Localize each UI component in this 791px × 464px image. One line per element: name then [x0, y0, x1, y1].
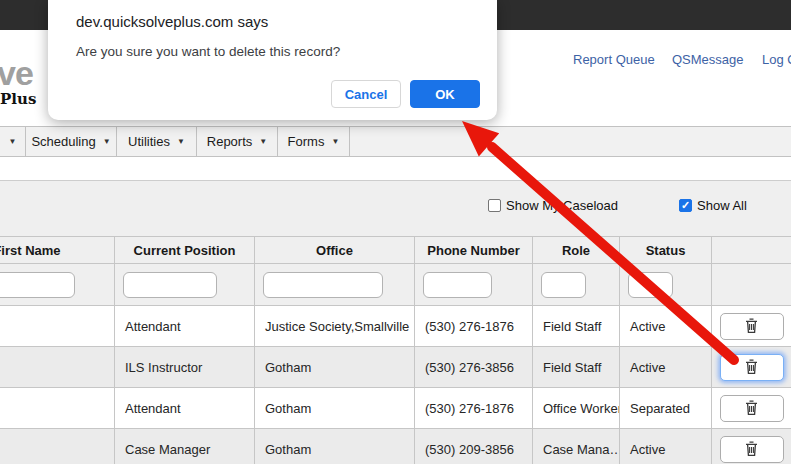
show-all-checkbox[interactable]: ✓ Show All — [679, 198, 747, 213]
delete-record-button[interactable] — [720, 313, 784, 340]
trash-icon — [745, 318, 758, 334]
table-row: Attendant Gotham (530) 276-1876 Office W… — [0, 388, 791, 429]
confirm-delete-dialog: dev.quicksolveplus.com says Are you sure… — [48, 0, 497, 120]
table-row: Attendant Justice Society,Smallville (53… — [0, 306, 791, 347]
menu-item-forms[interactable]: Forms ▼ — [278, 127, 350, 156]
cancel-button[interactable]: Cancel — [331, 80, 401, 108]
show-my-caseload-checkbox[interactable]: Show My Caseload — [488, 198, 618, 213]
show-all-label: Show All — [697, 198, 747, 213]
menu-item-reports[interactable]: Reports ▼ — [197, 127, 278, 156]
menu-item-partial[interactable]: ▼ — [0, 127, 26, 156]
chevron-down-icon: ▼ — [9, 137, 17, 146]
column-header-current-position[interactable]: Current Position — [115, 237, 255, 263]
cell-role: Field Staff — [533, 347, 620, 387]
chevron-down-icon: ▼ — [177, 137, 185, 146]
table-row: ILS Instructor Gotham (530) 276-3856 Fie… — [0, 347, 791, 388]
column-header-office[interactable]: Office — [255, 237, 415, 263]
delete-record-button[interactable] — [720, 395, 784, 422]
cell-current-position: Case Manager — [115, 429, 255, 464]
column-header-phone-number[interactable]: Phone Number — [415, 237, 533, 263]
cell-first-name — [0, 429, 115, 464]
checkbox-checked-icon: ✓ — [679, 199, 692, 212]
cell-status: Active — [620, 347, 712, 387]
menu-bar: ▼ Scheduling ▼ Utilities ▼ Reports ▼ For… — [0, 126, 791, 157]
screenshot-root: ve Plus Report Queue QSMessage Log Out ▼… — [0, 0, 791, 464]
report-queue-link[interactable]: Report Queue — [573, 52, 655, 67]
checkbox-unchecked-icon — [488, 199, 501, 212]
cell-phone-number: (530) 276-1876 — [415, 306, 533, 346]
filter-status-input[interactable] — [628, 272, 673, 298]
cell-office: Gotham — [255, 347, 415, 387]
chevron-down-icon: ▼ — [103, 137, 111, 146]
show-my-caseload-label: Show My Caseload — [506, 198, 618, 213]
ok-button[interactable]: OK — [410, 80, 480, 108]
trash-icon — [745, 359, 758, 375]
cell-role: Office Worker — [533, 388, 620, 428]
menu-item-scheduling[interactable]: Scheduling ▼ — [26, 127, 117, 156]
cell-current-position: Attendant — [115, 388, 255, 428]
qsmessage-link[interactable]: QSMessage — [672, 52, 744, 67]
cell-status: Active — [620, 306, 712, 346]
cell-phone-number: (530) 276-1876 — [415, 388, 533, 428]
table-filter-row — [0, 264, 791, 306]
table-header-row: First Name Current Position Office Phone… — [0, 236, 791, 264]
cell-role: Field Staff — [533, 306, 620, 346]
delete-record-button[interactable] — [720, 436, 784, 463]
dialog-title: dev.quicksolveplus.com says — [76, 13, 268, 30]
cell-office: Gotham — [255, 388, 415, 428]
column-header-actions — [712, 237, 791, 263]
cell-first-name — [0, 306, 115, 346]
chevron-down-icon: ▼ — [259, 137, 267, 146]
dialog-message: Are you sure you want to delete this rec… — [76, 44, 340, 59]
column-header-role[interactable]: Role — [533, 237, 620, 263]
cell-phone-number: (530) 276-3856 — [415, 347, 533, 387]
app-logo: ve — [0, 54, 33, 93]
cell-status: Active — [620, 429, 712, 464]
cell-first-name — [0, 347, 115, 387]
menu-item-label: Reports — [207, 134, 253, 149]
chevron-down-icon: ▼ — [331, 137, 339, 146]
filter-role-input[interactable] — [541, 272, 586, 298]
cell-role: Case Mana… — [533, 429, 620, 464]
filter-current-position-input[interactable] — [123, 272, 217, 298]
cell-current-position: ILS Instructor — [115, 347, 255, 387]
filter-office-input[interactable] — [263, 272, 383, 298]
cell-office: Justice Society,Smallville — [255, 306, 415, 346]
app-logo-plus: Plus — [0, 90, 36, 108]
cell-status: Separated — [620, 388, 712, 428]
menu-item-label: Scheduling — [31, 134, 95, 149]
cell-first-name — [0, 388, 115, 428]
table-row: Case Manager Gotham (530) 209-3856 Case … — [0, 429, 791, 464]
delete-record-button-focused[interactable] — [720, 354, 784, 381]
menu-item-label: Forms — [288, 134, 325, 149]
log-out-link[interactable]: Log Out — [762, 52, 791, 67]
filter-phone-number-input[interactable] — [423, 272, 492, 298]
trash-icon — [745, 441, 758, 457]
trash-icon — [745, 400, 758, 416]
cell-office: Gotham — [255, 429, 415, 464]
filter-toolbar: Show My Caseload ✓ Show All — [0, 180, 791, 236]
filter-first-name-input[interactable] — [0, 272, 75, 298]
cell-current-position: Attendant — [115, 306, 255, 346]
cell-phone-number: (530) 209-3856 — [415, 429, 533, 464]
column-header-status[interactable]: Status — [620, 237, 712, 263]
menu-item-label: Utilities — [128, 134, 170, 149]
column-header-first-name[interactable]: First Name — [0, 237, 115, 263]
menu-item-utilities[interactable]: Utilities ▼ — [117, 127, 197, 156]
staff-table: First Name Current Position Office Phone… — [0, 236, 791, 464]
